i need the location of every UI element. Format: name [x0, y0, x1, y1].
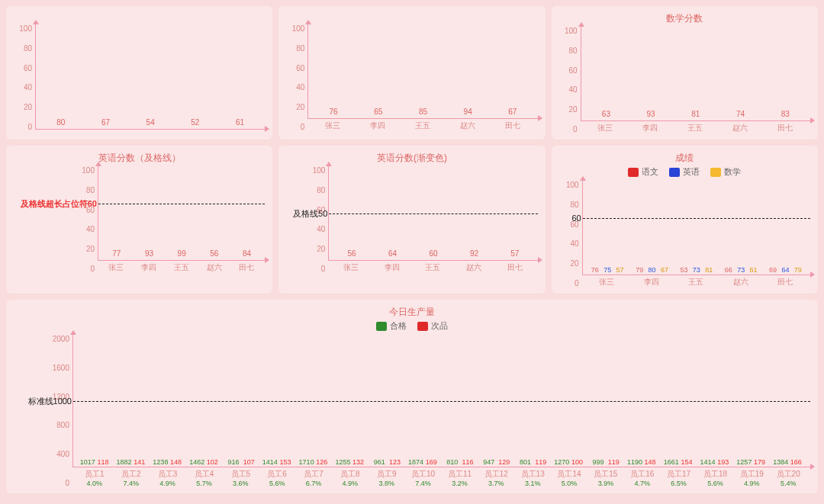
x-tick: 赵六 — [201, 262, 227, 273]
legend-item: 次品 — [417, 320, 448, 332]
x-tick-label: 王五 — [415, 121, 430, 130]
x-tick-label: 赵六 — [207, 263, 222, 271]
chart-panel-c4: 英语分数（及格线）020406080100及格线超长占位符60779399568… — [6, 146, 272, 294]
bar-value: 64 — [781, 266, 789, 274]
bar-value: 179 — [754, 458, 765, 466]
y-tick: 0 — [65, 479, 69, 487]
y-tick: 60 — [24, 64, 32, 72]
y-gutter: 020406080100 — [14, 166, 98, 273]
x-tick: 员工205.4% — [774, 469, 803, 487]
x-tick-label: 员工5 — [231, 470, 251, 478]
threshold-label: 及格线50 — [293, 207, 329, 219]
x-axis: 张三李四王五赵六田七 — [98, 261, 265, 273]
x-tick: 员工194.9% — [737, 469, 766, 487]
bar-value: 61 — [750, 266, 758, 274]
x-tick-label: 员工12 — [484, 470, 508, 478]
bar-value: 79 — [636, 266, 643, 274]
x-tick-label: 张三 — [325, 121, 340, 130]
bar-value: 801 — [520, 458, 531, 466]
y-tick: 40 — [317, 225, 325, 233]
x-tick-label: 李四 — [141, 263, 156, 271]
bar-value: 141 — [134, 458, 145, 466]
chart-panel-c7: 今日生产量合格次品0400800120016002000标准线100010171… — [6, 300, 818, 493]
bar-value: 56 — [348, 249, 356, 258]
plot-wrap: 及格线505664609257张三李四王五赵六田七 — [328, 166, 537, 273]
x-tick-label: 王五 — [687, 124, 703, 132]
y-tick: 0 — [301, 123, 305, 131]
threshold-label: 及格线超长占位符60 — [21, 198, 98, 210]
y-gutter: 020406080100 — [559, 181, 582, 287]
bar-value: 81 — [691, 110, 700, 118]
chart-area: 020406080100及格线505664609257张三李四王五赵六田七 — [286, 166, 537, 273]
x-tick: 员工93.8% — [372, 469, 401, 487]
bar-value: 57 — [616, 266, 624, 274]
x-tick: 员工133.1% — [518, 469, 547, 487]
bar-value: 76 — [330, 108, 338, 116]
bar-value: 85 — [419, 108, 427, 116]
x-tick: 王五 — [678, 277, 714, 287]
x-tick-label: 赵六 — [460, 121, 475, 130]
x-tick-label: 田七 — [777, 124, 793, 132]
x-tick: 张三 — [587, 123, 624, 133]
legend-label: 数学 — [724, 166, 741, 178]
x-tick: 王五 — [678, 123, 714, 133]
x-tick: 张三 — [314, 120, 351, 131]
x-tick-label: 员工3 — [158, 470, 178, 478]
x-tick: 员工14.0% — [80, 469, 109, 487]
y-gutter: 020406080100 — [286, 24, 307, 131]
y-tick: 60 — [569, 66, 578, 75]
plot: 6393817483 — [581, 27, 810, 121]
bar-value: 53 — [680, 266, 687, 274]
bar-value: 1017 — [80, 458, 95, 466]
y-tick: 20 — [86, 245, 95, 253]
x-axis: 张三李四王五赵六田七 — [328, 261, 537, 273]
legend-label: 次品 — [431, 320, 448, 332]
x-axis: 员工14.0%员工27.4%员工34.9%员工45.7%员工53.6%员工65.… — [72, 467, 810, 487]
x-tick: 员工53.6% — [226, 469, 255, 487]
x-tick-sublabel: 3.2% — [445, 480, 474, 487]
bar-value: 92 — [470, 249, 478, 258]
x-tick-label: 员工20 — [777, 470, 800, 478]
x-tick: 员工145.0% — [555, 469, 584, 487]
x-tick-label: 员工17 — [667, 470, 690, 478]
y-tick: 20 — [569, 105, 578, 114]
x-tick-label: 田七 — [507, 263, 523, 271]
x-tick: 王五 — [168, 262, 195, 273]
x-tick-label: 员工9 — [377, 470, 397, 478]
x-tick: 张三 — [103, 262, 130, 273]
chart-area: 0400800120016002000标准线100010171181882141… — [14, 335, 810, 487]
bar-value: 100 — [571, 458, 583, 466]
chart-area: 0204060801006393817483张三李四王五赵六田七 — [559, 27, 810, 133]
bar-value: 1874 — [408, 458, 423, 466]
bar-value: 119 — [608, 458, 620, 466]
x-tick: 田七 — [768, 277, 803, 287]
bar-value: 67 — [101, 118, 110, 127]
x-tick: 田七 — [233, 262, 260, 273]
bar-value: 961 — [374, 458, 385, 466]
x-tick: 员工84.9% — [336, 469, 365, 487]
legend-item: 合格 — [376, 320, 407, 332]
x-tick-label: 员工8 — [340, 470, 360, 478]
y-tick: 0 — [321, 265, 326, 273]
plot: 及格线505664609257 — [328, 166, 537, 261]
bar-value: 1661 — [664, 458, 679, 466]
chart-title: 英语分数(渐变色) — [286, 152, 537, 165]
threshold-line — [329, 213, 537, 214]
legend-swatch — [628, 168, 639, 177]
x-tick-label: 员工13 — [521, 470, 545, 478]
chart-panel-c6: 成绩语文英语数学02040608010060767557798067537381… — [552, 146, 818, 294]
x-tick-label: 员工16 — [630, 470, 654, 478]
y-tick: 80 — [296, 44, 304, 53]
bar-value: 1257 — [736, 458, 752, 466]
x-tick-label: 员工19 — [740, 470, 764, 478]
y-tick: 40 — [296, 83, 304, 91]
chart-title: 数学分数 — [559, 12, 810, 25]
bar-value: 66 — [725, 266, 732, 274]
plot: 及格线超长占位符607793995684 — [98, 166, 265, 261]
chart-title — [286, 12, 537, 23]
x-tick-sublabel: 3.7% — [481, 480, 510, 487]
bar-value: 73 — [737, 266, 745, 274]
x-tick-label: 李四 — [385, 263, 400, 271]
legend-swatch — [669, 168, 680, 177]
y-tick: 60 — [296, 64, 304, 72]
